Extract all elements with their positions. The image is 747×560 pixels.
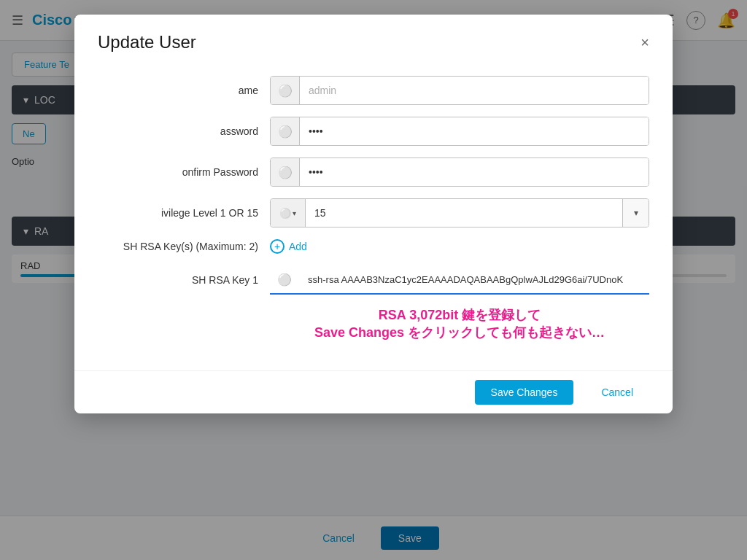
password-label: assword <box>98 125 258 137</box>
name-input[interactable] <box>300 77 649 104</box>
globe-icon[interactable]: ⚪ <box>271 117 300 145</box>
annotation-line2: Save Changes をクリックしても何も起きない… <box>270 324 649 341</box>
add-ssh-key-button[interactable]: + Add <box>270 239 307 254</box>
ssh-key1-row: SH RSA Key 1 ⚪ <box>98 265 649 295</box>
annotation-line1: RSA 3,072bit 鍵を登録して <box>270 306 649 324</box>
globe-icon[interactable]: ⚪ <box>270 265 299 293</box>
ssh-key1-label: SH RSA Key 1 <box>98 274 258 286</box>
privilege-select[interactable]: 15 1 <box>306 199 622 227</box>
update-user-modal: Update User × ame ⚪ assword ⚪ <box>74 15 673 413</box>
modal-body: ame ⚪ assword ⚪ onfirm Password ⚪ <box>74 64 673 370</box>
privilege-row: ivilege Level 1 OR 15 ⚪ ▾ 15 1 ▾ <box>98 198 649 228</box>
ssh-keys-label: SH RSA Key(s) (Maximum: 2) <box>98 241 258 252</box>
confirm-password-field: ⚪ <box>270 158 649 187</box>
add-label: Add <box>289 241 307 252</box>
modal-title: Update User <box>98 32 196 52</box>
add-circle-icon: + <box>270 239 285 254</box>
password-input[interactable] <box>300 117 649 145</box>
ssh-key1-field: ⚪ <box>270 265 649 295</box>
cancel-modal-button[interactable]: Cancel <box>585 380 649 405</box>
confirm-password-row: onfirm Password ⚪ <box>98 158 649 187</box>
name-label: ame <box>98 85 258 96</box>
globe-dropdown-icon[interactable]: ⚪ ▾ <box>271 199 306 227</box>
password-row: assword ⚪ <box>98 117 649 146</box>
ssh-key1-input[interactable] <box>299 265 649 293</box>
save-changes-button[interactable]: Save Changes <box>475 380 574 405</box>
globe-icon[interactable]: ⚪ <box>271 158 300 186</box>
privilege-field: ⚪ ▾ 15 1 ▾ <box>270 198 649 228</box>
ssh-keys-row: SH RSA Key(s) (Maximum: 2) + Add <box>98 239 649 254</box>
modal-overlay: Update User × ame ⚪ assword ⚪ <box>0 0 747 560</box>
privilege-label: ivilege Level 1 OR 15 <box>98 207 258 219</box>
confirm-password-label: onfirm Password <box>98 166 258 178</box>
select-arrow-icon: ▾ <box>622 199 649 227</box>
confirm-password-input[interactable] <box>300 158 649 186</box>
privilege-select-wrap: 15 1 ▾ <box>306 199 649 227</box>
annotation-block: RSA 3,072bit 鍵を登録して Save Changes をクリックして… <box>270 306 649 341</box>
close-button[interactable]: × <box>640 35 649 50</box>
modal-header: Update User × <box>74 15 673 64</box>
name-field: ⚪ <box>270 76 649 105</box>
globe-icon[interactable]: ⚪ <box>271 77 300 104</box>
name-row: ame ⚪ <box>98 76 649 105</box>
password-field: ⚪ <box>270 117 649 146</box>
modal-footer: Save Changes Cancel <box>74 370 673 413</box>
